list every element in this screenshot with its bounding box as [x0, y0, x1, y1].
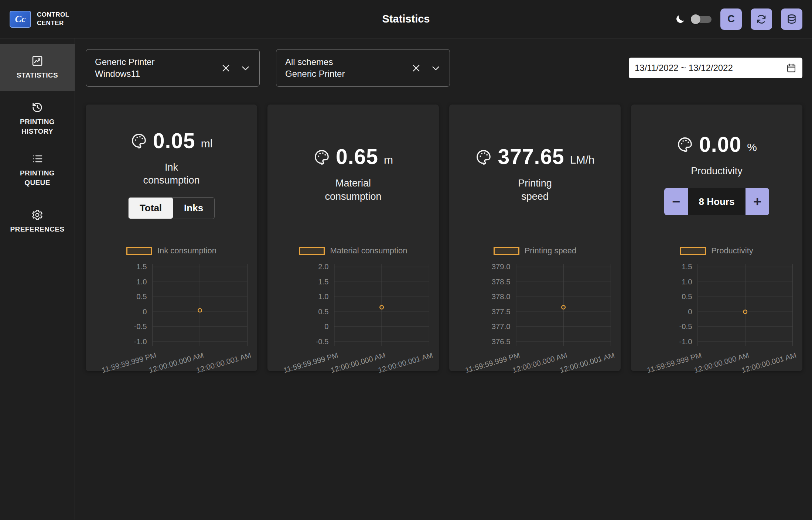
sidebar-item-label: PRINTING HISTORY	[20, 117, 55, 136]
palette-icon	[676, 136, 693, 153]
stat-label: Productivity	[691, 165, 743, 178]
stat-unit: %	[747, 141, 757, 154]
stat-value: 0.65	[336, 146, 378, 167]
svg-text:12:00:00.001 AM: 12:00:00.001 AM	[377, 351, 434, 374]
chart-legend: Productivity	[637, 246, 796, 256]
stat-cards: 0.05 ml Ink consumption Total Inks Ink c…	[86, 105, 802, 371]
value-row: 0.05 ml	[130, 130, 213, 151]
stat-label: Printing speed	[518, 177, 552, 203]
chevron-down-icon[interactable]	[431, 63, 441, 73]
database-button[interactable]	[781, 8, 802, 30]
refresh-icon	[756, 14, 767, 25]
sidebar-item-printing-history[interactable]: PRINTING HISTORY	[0, 96, 75, 142]
profile-button[interactable]: C	[720, 8, 742, 30]
svg-text:0: 0	[324, 322, 328, 331]
svg-text:11:59:59.999 PM: 11:59:59.999 PM	[464, 351, 521, 374]
chart-legend: Printing speed	[456, 246, 614, 256]
printer-select[interactable]: Generic Printer Windows11	[86, 49, 260, 87]
logo-text: Cc	[15, 14, 26, 25]
gear-icon	[31, 209, 43, 221]
svg-text:2.0: 2.0	[318, 263, 328, 271]
filter-bar: Generic Printer Windows11 All schemes Ge…	[86, 49, 802, 87]
svg-text:0.5: 0.5	[318, 308, 328, 316]
chevron-down-icon[interactable]	[240, 63, 250, 73]
card-top: 0.05 ml Ink consumption Total Inks	[92, 110, 251, 240]
date-range-picker[interactable]: 13/11/2022 ~ 13/12/2022	[629, 58, 802, 78]
date-range-value: 13/11/2022 ~ 13/12/2022	[635, 63, 786, 73]
ink-consumption-chart: 1.51.00.50-0.5-1.011:59:59.999 PM12:00:0…	[92, 260, 251, 367]
palette-icon	[313, 148, 330, 165]
svg-text:377.0: 377.0	[492, 322, 511, 331]
card-top: 377.65 LM/h Printing speed	[456, 110, 614, 240]
svg-text:378.5: 378.5	[492, 278, 511, 286]
svg-text:1.5: 1.5	[682, 263, 692, 271]
profile-button-label: C	[727, 13, 735, 25]
database-icon	[786, 14, 797, 25]
svg-text:11:59:59.999 PM: 11:59:59.999 PM	[101, 351, 157, 374]
palette-icon	[130, 132, 147, 149]
line-chart-icon	[31, 55, 43, 67]
main-content: Generic Printer Windows11 All schemes Ge…	[75, 38, 812, 520]
card-top: 0.65 m Material consumption	[274, 110, 433, 240]
chart-legend: Ink consumption	[92, 246, 251, 256]
svg-text:-0.5: -0.5	[316, 338, 329, 346]
toggle-option-inks[interactable]: Inks	[173, 198, 214, 219]
moon-icon	[675, 14, 686, 25]
calendar-icon	[786, 63, 796, 73]
refresh-button[interactable]	[751, 8, 772, 30]
sidebar-item-statistics[interactable]: STATISTICS	[0, 44, 75, 91]
svg-text:1.5: 1.5	[136, 263, 147, 271]
dark-mode-toggle[interactable]	[691, 14, 712, 24]
scheme-select-value: All schemes Generic Printer	[285, 56, 411, 80]
toggle-knob	[691, 14, 700, 24]
control-center-app: Cc CONTROL CENTER Statistics C	[0, 0, 812, 520]
svg-text:-0.5: -0.5	[134, 322, 147, 331]
stat-value: 0.05	[153, 130, 195, 151]
card-productivity: 0.00 % Productivity − 8 Hours + Producti…	[631, 105, 802, 371]
svg-text:11:59:59.999 PM: 11:59:59.999 PM	[283, 351, 339, 374]
svg-text:-0.5: -0.5	[679, 322, 692, 331]
toggle-option-total[interactable]: Total	[129, 198, 173, 219]
value-row: 377.65 LM/h	[475, 146, 594, 167]
card-material-consumption: 0.65 m Material consumption Material con…	[267, 105, 439, 371]
stat-unit: ml	[201, 137, 213, 150]
svg-text:0: 0	[143, 308, 147, 316]
app-logo[interactable]: Cc	[10, 11, 31, 28]
value-row: 0.00 %	[676, 134, 757, 155]
svg-text:1.0: 1.0	[682, 278, 692, 286]
total-inks-toggle: Total Inks	[128, 197, 215, 219]
increase-hours-button[interactable]: +	[746, 188, 769, 215]
sidebar-item-preferences[interactable]: PREFERENCES	[0, 198, 75, 245]
productivity-chart: 1.51.00.50-0.5-1.011:59:59.999 PM12:00:0…	[637, 260, 796, 367]
sidebar-item-label: PRINTING QUEUE	[20, 168, 55, 187]
printer-select-value: Generic Printer Windows11	[95, 56, 221, 80]
card-printing-speed: 377.65 LM/h Printing speed Printing spee…	[449, 105, 621, 371]
stat-value: 377.65	[498, 146, 564, 167]
svg-text:1.0: 1.0	[318, 292, 328, 301]
legend-label: Productivity	[711, 246, 753, 256]
svg-text:0: 0	[688, 308, 692, 316]
history-icon	[31, 102, 43, 113]
sidebar: STATISTICS PRINTING HISTORY PRINTING QUE…	[0, 38, 75, 520]
svg-text:12:00:00.000 AM: 12:00:00.000 AM	[148, 351, 205, 374]
decrease-hours-button[interactable]: −	[664, 188, 688, 215]
clear-icon[interactable]	[411, 63, 421, 73]
legend-label: Printing speed	[525, 246, 577, 256]
sidebar-item-printing-queue[interactable]: PRINTING QUEUE	[0, 147, 75, 194]
scheme-select[interactable]: All schemes Generic Printer	[276, 49, 450, 87]
legend-label: Material consumption	[330, 246, 407, 256]
svg-text:-1.0: -1.0	[134, 338, 147, 346]
app-name: CONTROL CENTER	[37, 11, 69, 27]
header: Cc CONTROL CENTER Statistics C	[0, 0, 812, 38]
svg-text:12:00:00.000 AM: 12:00:00.000 AM	[330, 351, 386, 374]
clear-icon[interactable]	[221, 63, 231, 73]
svg-text:377.5: 377.5	[492, 308, 511, 316]
stat-label: Material consumption	[325, 177, 381, 203]
svg-text:12:00:00.000 AM: 12:00:00.000 AM	[512, 351, 568, 374]
stat-value: 0.00	[699, 134, 741, 155]
hours-stepper: − 8 Hours +	[664, 188, 769, 215]
sidebar-item-label: STATISTICS	[17, 71, 58, 80]
svg-text:378.0: 378.0	[492, 292, 511, 301]
svg-text:12:00:00.001 AM: 12:00:00.001 AM	[195, 351, 252, 374]
stat-label: Ink consumption	[143, 161, 199, 187]
